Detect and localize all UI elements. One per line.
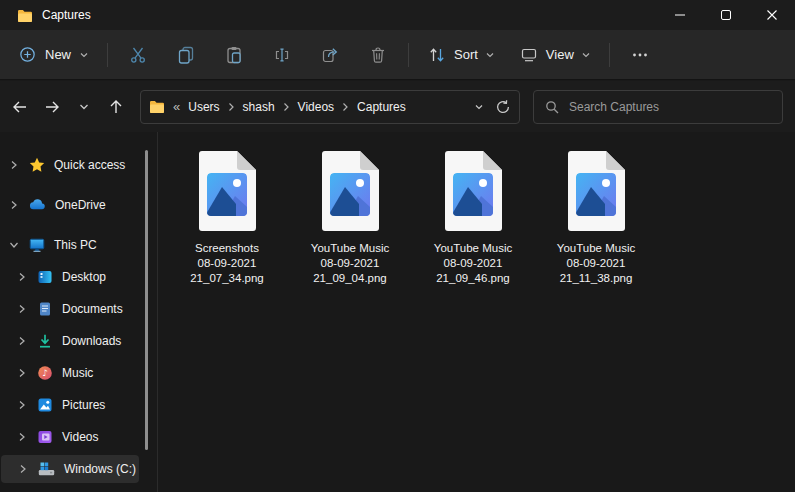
sidebar-item-label: Documents (62, 302, 123, 316)
recent-locations-button[interactable] (68, 91, 100, 123)
arrow-up-icon (106, 97, 126, 117)
paste-icon (224, 45, 244, 65)
sidebar-item-label: Music (62, 366, 93, 380)
trash-icon (368, 45, 388, 65)
chevron-right-icon[interactable] (15, 368, 29, 378)
sidebar-item-pictures[interactable]: Pictures (0, 391, 150, 419)
breadcrumb-captures[interactable]: Captures (355, 100, 408, 114)
titlebar: Captures (0, 0, 795, 30)
file-item[interactable]: YouTube Music 08-09-2021 21_11_38.png (538, 150, 654, 286)
sidebar-item-label: Videos (62, 430, 98, 444)
chevron-down-icon (581, 50, 591, 60)
sidebar-item-windows-c[interactable]: Windows (C:) (1, 455, 139, 483)
more-button[interactable] (620, 37, 660, 73)
chevron-right-icon[interactable] (15, 336, 29, 346)
up-button[interactable] (100, 91, 132, 123)
maximize-button[interactable] (703, 0, 749, 30)
sidebar-item-label: Quick access (54, 158, 125, 172)
chevron-right-icon[interactable] (7, 200, 21, 210)
sidebar-item-onedrive[interactable]: OneDrive (0, 191, 150, 219)
close-icon (766, 9, 778, 21)
drive-icon (38, 461, 55, 477)
image-file-icon (320, 150, 380, 232)
breadcrumb-users[interactable]: Users (186, 100, 221, 114)
rename-button[interactable] (262, 37, 302, 73)
sidebar-item-label: Downloads (62, 334, 121, 348)
file-name-line: 08-09-2021 (198, 256, 257, 271)
rename-icon (272, 45, 292, 65)
navigation-pane: Quick access OneDrive This PC Desktop (0, 132, 156, 492)
sidebar-item-documents[interactable]: Documents (0, 295, 150, 323)
maximize-icon (720, 9, 732, 21)
close-button[interactable] (749, 0, 795, 30)
sidebar-item-videos[interactable]: Videos (0, 423, 150, 451)
forward-button[interactable] (36, 91, 68, 123)
address-bar[interactable]: « Users shash Videos Captures (140, 90, 520, 124)
copy-icon (176, 45, 196, 65)
file-name-line: Screenshots (195, 241, 259, 256)
command-bar: New Sort View (0, 30, 795, 80)
toolbar-separator (107, 43, 108, 67)
file-name-line: 08-09-2021 (567, 256, 626, 271)
file-explorer-window: Captures New (0, 0, 795, 492)
refresh-icon[interactable] (495, 99, 511, 115)
delete-button[interactable] (358, 37, 398, 73)
sort-label: Sort (454, 47, 478, 62)
view-button[interactable]: View (509, 37, 601, 73)
search-icon (544, 99, 560, 115)
breadcrumb-shash[interactable]: shash (241, 100, 277, 114)
share-icon (320, 45, 340, 65)
share-button[interactable] (310, 37, 350, 73)
image-file-icon (443, 150, 503, 232)
minimize-button[interactable] (657, 0, 703, 30)
pictures-icon (37, 397, 53, 413)
search-input[interactable] (569, 100, 759, 114)
file-item[interactable]: YouTube Music 08-09-2021 21_09_46.png (415, 150, 531, 286)
folder-icon (17, 9, 33, 22)
content-area: Quick access OneDrive This PC Desktop (0, 132, 795, 492)
address-row: « Users shash Videos Captures (0, 81, 795, 132)
cut-button[interactable] (118, 37, 158, 73)
back-button[interactable] (4, 91, 36, 123)
sidebar-item-quick-access[interactable]: Quick access (0, 151, 150, 179)
breadcrumb-videos[interactable]: Videos (296, 100, 336, 114)
file-item[interactable]: YouTube Music 08-09-2021 21_09_04.png (292, 150, 408, 286)
address-dropdown-chevron-icon[interactable] (473, 101, 485, 113)
paste-button[interactable] (214, 37, 254, 73)
sidebar-item-music[interactable]: ♪ Music (0, 359, 150, 387)
chevron-down-icon (485, 50, 495, 60)
chevron-right-icon[interactable] (16, 464, 30, 474)
toolbar-separator (408, 43, 409, 67)
sidebar-item-desktop[interactable]: Desktop (0, 263, 150, 291)
sidebar-item-downloads[interactable]: Downloads (0, 327, 150, 355)
minimize-icon (674, 9, 686, 21)
sidebar-scrollbar-thumb[interactable] (145, 150, 148, 450)
file-name-line: 08-09-2021 (444, 256, 503, 271)
copy-button[interactable] (166, 37, 206, 73)
chevron-right-icon[interactable] (7, 160, 21, 170)
cut-icon (128, 45, 148, 65)
chevron-right-icon (283, 102, 290, 112)
new-button[interactable]: New (6, 37, 101, 73)
window-title: Captures (42, 8, 91, 22)
overflow-chevrons-icon[interactable]: « (173, 99, 180, 114)
videos-icon (37, 429, 53, 445)
chevron-right-icon[interactable] (15, 304, 29, 314)
sidebar-item-label: Windows (C:) (64, 462, 136, 476)
chevron-right-icon[interactable] (15, 400, 29, 410)
chevron-down-icon (79, 50, 89, 60)
sort-button[interactable]: Sort (417, 37, 505, 73)
chevron-right-icon[interactable] (15, 432, 29, 442)
sidebar-item-label: OneDrive (55, 198, 106, 212)
music-icon: ♪ (37, 365, 53, 381)
file-item[interactable]: Screenshots 08-09-2021 21_07_34.png (169, 150, 285, 286)
sidebar-item-this-pc[interactable]: This PC (0, 231, 150, 259)
documents-icon (37, 301, 53, 317)
chevron-down-icon[interactable] (7, 240, 21, 250)
image-file-icon (197, 150, 257, 232)
chevron-right-icon (342, 102, 349, 112)
search-box (533, 90, 783, 124)
file-name-line: 21_07_34.png (190, 271, 264, 286)
downloads-icon (37, 333, 53, 349)
chevron-right-icon[interactable] (15, 272, 29, 282)
